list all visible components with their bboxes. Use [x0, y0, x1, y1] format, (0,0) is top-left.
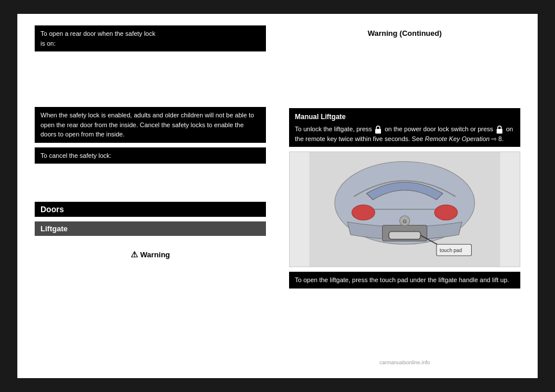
left-column: To open a rear door when the safety lock…: [17, 20, 278, 372]
doors-header: Doors: [35, 202, 266, 217]
manual-liftgate-box: Manual Liftgate To unlock the liftgate, …: [289, 108, 520, 147]
svg-point-11: [435, 205, 458, 220]
arrow-icon: ⇨: [491, 135, 498, 142]
liftgate-caption-text: To open the liftgate, press the touch pa…: [295, 276, 509, 283]
open-rear-door-text: To open a rear door when the safety lock…: [40, 30, 156, 47]
watermark: carmanualsonline.info: [379, 360, 430, 365]
manual-liftgate-ref: 8.: [498, 135, 504, 142]
lock-icon-2: [496, 125, 503, 134]
manual-liftgate-title-text: Manual Liftgate: [295, 113, 346, 121]
right-column: Warning (Continued) Manual Liftgate To u…: [278, 20, 538, 372]
warning-text: Warning: [140, 250, 171, 259]
liftgate-header: Liftgate: [35, 221, 266, 236]
warning-section: ⚠ Warning: [35, 246, 266, 262]
safety-lock-warning-box: When the safety lock is enabled, adults …: [35, 107, 266, 143]
manual-liftgate-description: To unlock the liftgate, press on the pow…: [295, 124, 515, 143]
svg-text:G: G: [403, 219, 407, 224]
cancel-safety-lock-text: To cancel the safety lock:: [40, 152, 112, 159]
manual-liftgate-text2: on the power door lock switch or press: [384, 125, 493, 132]
safety-lock-warning-text: When the safety lock is enabled, adults …: [40, 112, 254, 138]
car-image: touch pad G: [289, 151, 520, 267]
warning-continued-text: Warning (Continued): [368, 29, 442, 38]
lock-icon-1: [375, 125, 382, 134]
liftgate-caption-box: To open the liftgate, press the touch pa…: [289, 272, 520, 289]
svg-rect-6: [389, 232, 421, 239]
manual-liftgate-text1: To unlock the liftgate, press: [295, 125, 372, 132]
liftgate-label: Liftgate: [40, 224, 68, 233]
open-rear-door-box: To open a rear door when the safety lock…: [35, 25, 266, 51]
warning-triangle-icon: ⚠: [131, 250, 138, 259]
svg-text:touch pad: touch pad: [440, 247, 462, 253]
doors-label: Doors: [40, 205, 64, 214]
warning-title: ⚠ Warning: [131, 246, 170, 262]
svg-rect-1: [497, 129, 502, 134]
svg-point-10: [352, 205, 375, 220]
cancel-safety-lock-box: To cancel the safety lock:: [35, 147, 266, 164]
remote-key-link: Remote Key Operation: [425, 135, 490, 142]
svg-rect-0: [375, 129, 381, 134]
warning-continued-title: Warning (Continued): [289, 25, 520, 41]
page: To open a rear door when the safety lock…: [17, 14, 538, 378]
manual-liftgate-title: Manual Liftgate: [295, 112, 515, 122]
